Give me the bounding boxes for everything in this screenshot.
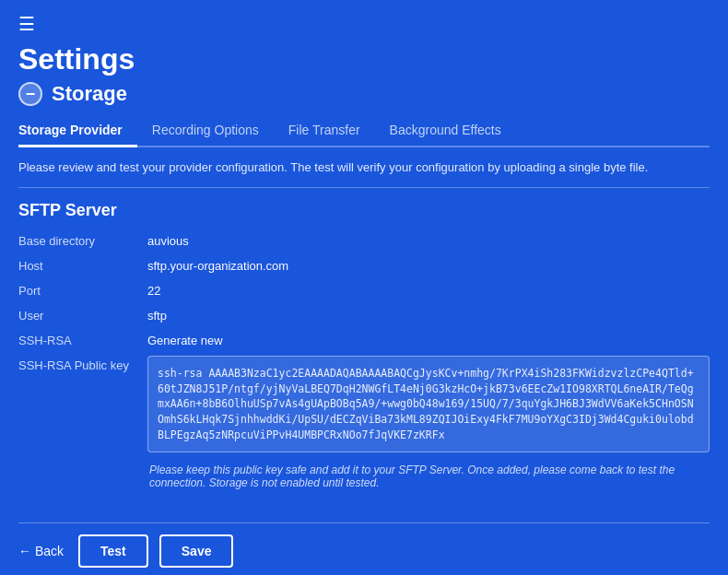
tab-storage-provider[interactable]: Storage Provider xyxy=(18,115,137,147)
ssh-key-box[interactable]: ssh-rsa AAAAB3NzaC1yc2EAAAADAQABAAAABAQC… xyxy=(147,356,710,452)
value-host: sftp.your-organization.com xyxy=(147,256,710,276)
label-host: Host xyxy=(18,256,147,276)
value-base-directory: auvious xyxy=(147,231,710,251)
footer: ← Back Test Save xyxy=(18,534,710,575)
label-user: User xyxy=(18,306,147,325)
collapse-button[interactable]: − xyxy=(18,82,42,106)
storage-section: − Storage Storage Provider Recording Opt… xyxy=(0,82,728,575)
tabs-bar: Storage Provider Recording Options File … xyxy=(18,115,710,147)
value-user: sftp xyxy=(147,306,710,325)
label-port: Port xyxy=(18,281,147,300)
hamburger-icon[interactable]: ☰ xyxy=(18,13,35,35)
tab-background-effects[interactable]: Background Effects xyxy=(375,115,516,147)
ssh-key-note: Please keep this public key safe and add… xyxy=(147,460,710,493)
value-port: 22 xyxy=(147,281,710,300)
content-area: Please review and test your provider con… xyxy=(18,147,710,513)
top-bar: ☰ xyxy=(0,0,728,39)
label-ssh-rsa-public-key: SSH-RSA Public key xyxy=(18,356,147,375)
value-ssh-rsa: Generate new xyxy=(147,331,710,350)
label-base-directory: Base directory xyxy=(18,231,147,251)
tab-file-transfer[interactable]: File Transfer xyxy=(274,115,375,147)
tab-recording-options[interactable]: Recording Options xyxy=(137,115,274,147)
label-ssh-rsa: SSH-RSA xyxy=(18,331,147,350)
section-title: Storage xyxy=(52,82,127,106)
save-button[interactable]: Save xyxy=(159,534,234,568)
test-button[interactable]: Test xyxy=(78,534,148,568)
field-grid: Base directory auvious Host sftp.your-or… xyxy=(18,231,710,493)
section-title-row: − Storage xyxy=(18,82,710,106)
page-title: Settings xyxy=(18,42,710,76)
settings-page: ☰ Settings − Storage Storage Provider Re… xyxy=(0,0,728,575)
bottom-divider xyxy=(18,522,710,523)
ssh-rsa-public-key-container: ssh-rsa AAAAB3NzaC1yc2EAAAADAQABAAAABAQC… xyxy=(147,356,710,493)
page-heading: Settings xyxy=(0,39,728,82)
info-text: Please review and test your provider con… xyxy=(18,160,710,188)
back-link[interactable]: ← Back xyxy=(18,544,64,558)
sftp-heading: SFTP Server xyxy=(18,201,710,220)
